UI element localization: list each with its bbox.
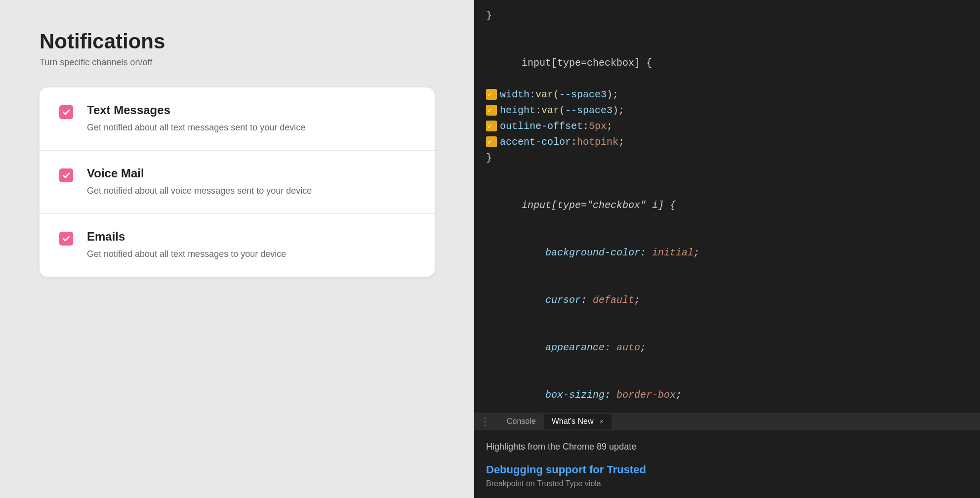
checkbox-wrapper-text-messages <box>59 105 73 119</box>
code-line-blank-2 <box>486 166 968 182</box>
code-line-height: height: var(--space3); <box>486 103 968 119</box>
notification-desc-emails: Get notified about all text messages to … <box>87 248 286 261</box>
notification-title-text-messages: Text Messages <box>87 103 305 117</box>
devtools-tabs-bar: ⋮ Console What's New × <box>474 413 980 430</box>
code-line-closing-brace-2: } <box>486 150 968 166</box>
checkmark-icon <box>62 108 71 117</box>
code-line-box-sizing: box-sizing: border-box; <box>486 372 968 413</box>
checkbox-wrapper-emails <box>59 232 73 246</box>
whats-new-link[interactable]: Debugging support for Trusted <box>486 463 968 476</box>
checkbox-voice-mail[interactable] <box>59 168 73 182</box>
notification-item-voice-mail: Voice Mail Get notified about all voice … <box>40 151 435 214</box>
code-line-cursor: cursor: default; <box>486 277 968 324</box>
whats-new-link-desc: Breakpoint on Trusted Type viola <box>486 479 968 488</box>
whats-new-panel: Highlights from the Chrome 89 update Deb… <box>474 430 980 498</box>
code-line-width: width: var(--space3); <box>486 87 968 103</box>
checkbox-indicator-height <box>486 105 497 116</box>
page-title: Notifications <box>40 30 435 53</box>
checkmark-icon <box>62 234 71 243</box>
code-line-closing-brace: } <box>486 8 968 24</box>
notifications-panel: Notifications Turn specific channels on/… <box>0 0 474 498</box>
notification-card: Text Messages Get notified about all tex… <box>40 87 435 277</box>
tab-close-button[interactable]: × <box>600 417 604 425</box>
notification-desc-text-messages: Get notified about all text messages sen… <box>87 121 305 134</box>
code-line-blank <box>486 24 968 40</box>
checkbox-indicator-outline-offset <box>486 121 497 131</box>
tab-menu-dots[interactable]: ⋮ <box>480 415 491 427</box>
notification-content-voice-mail: Voice Mail Get notified about all voice … <box>87 166 312 198</box>
notification-item-emails: Emails Get notified about all text messa… <box>40 214 435 277</box>
tab-whats-new[interactable]: What's New × <box>544 414 612 429</box>
devtools-panel: } input[type=checkbox] { width: var(--sp… <box>474 0 980 498</box>
code-line-selector-2: input[type="checkbox" i] { <box>486 182 968 229</box>
checkbox-wrapper-voice-mail <box>59 168 73 182</box>
checkbox-text-messages[interactable] <box>59 105 73 119</box>
notification-content-emails: Emails Get notified about all text messa… <box>87 230 286 261</box>
notification-title-emails: Emails <box>87 230 286 244</box>
notification-item-text-messages: Text Messages Get notified about all tex… <box>40 87 435 151</box>
checkbox-indicator-accent-color <box>486 136 497 147</box>
code-line-accent-color: accent-color: hotpink; <box>486 134 968 150</box>
code-line-appearance: appearance: auto; <box>486 324 968 372</box>
notification-desc-voice-mail: Get notified about all voice messages se… <box>87 184 312 198</box>
notification-content-text-messages: Text Messages Get notified about all tex… <box>87 103 305 134</box>
checkbox-indicator-width <box>486 89 497 100</box>
whats-new-intro: Highlights from the Chrome 89 update <box>486 440 968 454</box>
code-line-background-color: background-color: initial; <box>486 229 968 277</box>
checkbox-emails[interactable] <box>59 232 73 246</box>
checkmark-icon <box>62 171 71 180</box>
code-line-outline-offset: outline-offset: 5px; <box>486 119 968 134</box>
code-line-selector-1: input[type=checkbox] { <box>486 40 968 87</box>
page-subtitle: Turn specific channels on/off <box>40 57 435 68</box>
notification-title-voice-mail: Voice Mail <box>87 166 312 180</box>
code-editor: } input[type=checkbox] { width: var(--sp… <box>474 0 980 413</box>
tab-console[interactable]: Console <box>499 414 544 429</box>
